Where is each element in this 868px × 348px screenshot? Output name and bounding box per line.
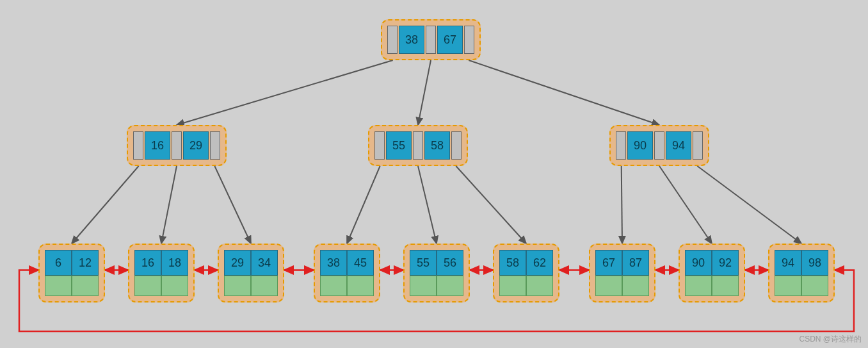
leaf-data-cell [526,276,553,296]
svg-line-4 [161,166,177,244]
pointer-slot [616,131,626,160]
leaf-node-4: 5556 [403,244,470,302]
svg-line-2 [469,60,659,125]
watermark: CSDN @诗这样的 [799,334,862,345]
leaf-data-cell [134,276,161,296]
leaf-key-cell: 94 [775,250,801,276]
leaf-data-cell [595,276,622,296]
svg-line-8 [456,166,526,244]
leaf-key-cell: 45 [347,250,374,276]
internal-node-0: 1629 [127,125,227,166]
svg-line-1 [418,60,431,125]
svg-line-6 [347,166,380,244]
key-cell: 55 [386,131,412,160]
svg-line-3 [72,166,139,244]
leaf-data-cell [775,276,801,296]
leaf-data-cell [45,276,72,296]
svg-line-0 [177,60,393,125]
internal-node-2: 9094 [609,125,709,166]
pointer-slot [210,131,220,160]
key-cell: 29 [183,131,209,160]
leaf-data-cell [801,276,828,296]
leaf-data-cell [685,276,712,296]
leaf-key-cell: 98 [801,250,828,276]
leaf-data-cell [622,276,649,296]
leaf-key-cell: 29 [224,250,251,276]
pointer-slot [172,131,182,160]
leaf-key-cell: 55 [410,250,437,276]
key-cell: 38 [399,26,424,54]
leaf-data-cell [224,276,251,296]
pointer-slot [426,26,436,54]
svg-line-11 [697,166,801,244]
pointer-slot [374,131,385,160]
key-cell: 58 [424,131,450,160]
pointer-slot [451,131,462,160]
leaf-node-2: 2934 [218,244,284,302]
leaf-data-cell [712,276,739,296]
leaf-data-cell [410,276,437,296]
key-cell: 90 [627,131,653,160]
leaf-key-cell: 16 [134,250,161,276]
leaf-key-cell: 90 [685,250,712,276]
pointer-slot [387,26,398,54]
leaf-key-cell: 87 [622,250,649,276]
leaf-node-6: 6787 [589,244,655,302]
leaf-key-cell: 67 [595,250,622,276]
leaf-node-3: 3845 [314,244,380,302]
key-cell: 67 [437,26,463,54]
leaf-key-cell: 56 [437,250,463,276]
svg-line-9 [622,166,622,244]
leaf-key-cell: 92 [712,250,739,276]
leaf-key-cell: 58 [499,250,526,276]
leaf-data-cell [347,276,374,296]
pointer-slot [464,26,474,54]
root-node: 3867 [381,19,481,60]
leaf-data-cell [161,276,188,296]
key-cell: 16 [145,131,170,160]
leaf-node-7: 9092 [679,244,745,302]
leaf-data-cell [437,276,463,296]
leaf-key-cell: 62 [526,250,553,276]
pointer-slot [654,131,664,160]
leaf-data-cell [251,276,278,296]
leaf-node-0: 612 [38,244,105,302]
svg-line-10 [659,166,712,244]
pointer-slot [133,131,143,160]
leaf-key-cell: 12 [72,250,99,276]
leaf-node-8: 9498 [768,244,835,302]
leaf-data-cell [499,276,526,296]
leaf-data-cell [72,276,99,296]
leaf-key-cell: 38 [320,250,347,276]
leaf-data-cell [320,276,347,296]
leaf-node-5: 5862 [493,244,559,302]
internal-node-1: 5558 [368,125,468,166]
svg-line-5 [214,166,251,244]
pointer-slot [413,131,423,160]
leaf-key-cell: 6 [45,250,72,276]
leaf-node-1: 1618 [128,244,195,302]
leaf-key-cell: 34 [251,250,278,276]
leaf-key-cell: 18 [161,250,188,276]
pointer-slot [693,131,703,160]
key-cell: 94 [666,131,691,160]
svg-line-7 [418,166,437,244]
